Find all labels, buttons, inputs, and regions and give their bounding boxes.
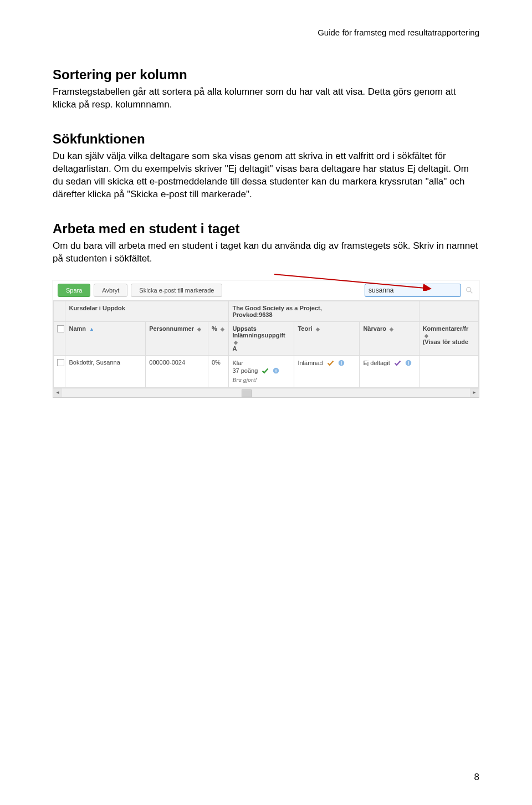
- header-project[interactable]: The Good Society as a Project, Provkod:9…: [229, 301, 419, 321]
- svg-text:i: i: [275, 368, 277, 373]
- svg-text:i: i: [408, 361, 409, 366]
- cell-pct: 0%: [208, 355, 229, 387]
- heading-search: Sökfunktionen: [53, 131, 479, 147]
- email-marked-button[interactable]: Skicka e-post till markerade: [131, 284, 222, 297]
- row-checkbox[interactable]: [54, 355, 65, 387]
- page-number: 8: [474, 772, 479, 783]
- sort-icon: ◆: [390, 326, 393, 332]
- svg-point-1: [467, 287, 471, 291]
- info-icon[interactable]: i: [338, 360, 345, 367]
- info-icon[interactable]: i: [273, 367, 280, 375]
- sort-icon: ◆: [316, 326, 320, 332]
- sort-icon: ◆: [234, 340, 238, 345]
- checkmark-purple-icon: [394, 360, 401, 367]
- screenshot: Spara Avbryt Skicka e-post till markerad…: [53, 280, 479, 398]
- cancel-button[interactable]: Avbryt: [94, 284, 127, 297]
- checkmark-green-icon: [262, 367, 269, 375]
- scroll-left-icon[interactable]: ◄: [53, 388, 62, 397]
- heading-sort: Sortering per kolumn: [53, 67, 479, 83]
- search-icon[interactable]: [464, 285, 474, 295]
- body-search: Du kan själv välja vilka deltagare som s…: [53, 150, 479, 201]
- scroll-thumb[interactable]: [242, 389, 252, 397]
- col-namn[interactable]: Namn ▲: [65, 321, 146, 355]
- sort-icon: ◆: [221, 326, 224, 332]
- sort-icon: ◆: [197, 326, 201, 332]
- body-single: Om du bara vill arbeta med en student i …: [53, 240, 479, 265]
- scroll-right-icon[interactable]: ►: [470, 388, 479, 397]
- cell-pn: 000000-0024: [146, 355, 208, 387]
- checkmark-orange-icon: [327, 360, 334, 367]
- toolbar: Spara Avbryt Skicka e-post till markerad…: [53, 280, 479, 301]
- body-sort: Framstegstabellen går att sortera på all…: [53, 86, 479, 111]
- col-personnummer[interactable]: Personnummer ◆: [146, 321, 208, 355]
- doc-header: Guide för framsteg med resultatrapporter…: [53, 28, 479, 37]
- results-table: Kursdelar i Uppdok The Good Society as a…: [53, 301, 479, 388]
- col-percent[interactable]: % ◆: [208, 321, 229, 355]
- cell-narvaro-status[interactable]: Ej deltagit i: [360, 355, 419, 387]
- info-icon[interactable]: i: [405, 360, 412, 367]
- horizontal-scrollbar[interactable]: ◄ ►: [53, 388, 479, 397]
- cell-teori-status[interactable]: Inlämnad i: [294, 355, 360, 387]
- svg-line-2: [470, 291, 473, 293]
- cell-uppsats-status[interactable]: Klar 37 poäng i Bra gjort!: [229, 355, 294, 387]
- sort-asc-icon: ▲: [89, 326, 94, 332]
- col-narvaro[interactable]: Närvaro ◆: [360, 321, 419, 355]
- heading-single: Arbeta med en student i taget: [53, 221, 479, 237]
- cell-name: Bokdottir, Susanna: [65, 355, 146, 387]
- table-row: Bokdottir, Susanna 000000-0024 0% Klar 3…: [54, 355, 479, 387]
- header-kursdelar[interactable]: Kursdelar i Uppdok: [65, 301, 229, 321]
- col-kommentarer[interactable]: Kommentarer/fr ◆ (Visas för stude: [419, 321, 478, 355]
- svg-text:i: i: [341, 361, 342, 366]
- sort-icon: ◆: [424, 333, 428, 339]
- cell-kommentarer[interactable]: [419, 355, 478, 387]
- col-uppsats[interactable]: Uppsats Inlämningsuppgift ◆ A: [229, 321, 294, 355]
- checkbox-all[interactable]: [54, 321, 65, 355]
- search-input[interactable]: [365, 284, 461, 297]
- save-button[interactable]: Spara: [58, 284, 90, 297]
- col-teori[interactable]: Teori ◆: [294, 321, 360, 355]
